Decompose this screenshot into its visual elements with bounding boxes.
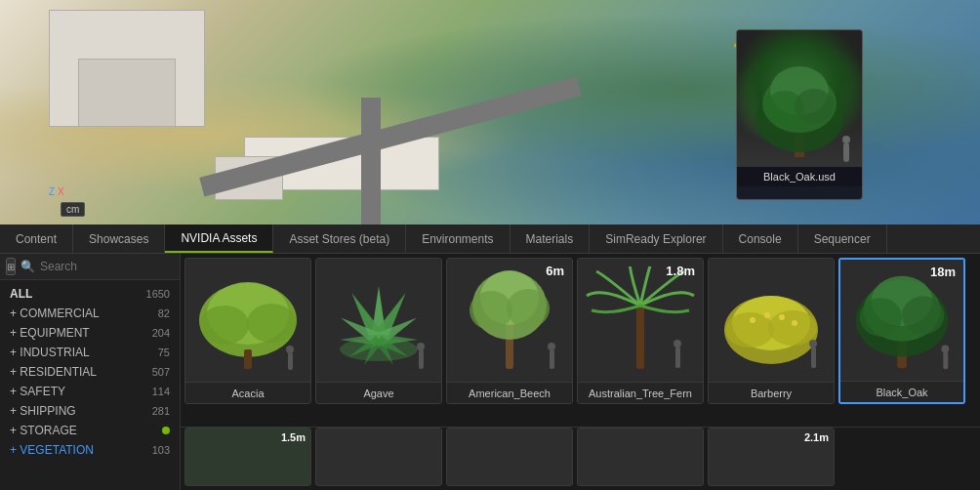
tab-sequencer[interactable]: Sequencer bbox=[798, 225, 887, 253]
svg-point-5 bbox=[795, 89, 834, 124]
svg-point-38 bbox=[674, 340, 681, 347]
svg-point-44 bbox=[764, 312, 770, 318]
unit-badge: cm bbox=[61, 202, 85, 217]
svg-point-10 bbox=[200, 306, 249, 345]
category-commercial[interactable]: + COMMERCIAL 82 bbox=[0, 304, 180, 323]
filter-toggle-button[interactable]: ⊞ bbox=[6, 258, 16, 275]
tab-bar: Content Showcases NVIDIA Assets Asset St… bbox=[0, 225, 980, 254]
asset-name-black-oak: Black_Oak bbox=[840, 381, 963, 402]
tab-showcases[interactable]: Showcases bbox=[73, 225, 165, 253]
asset-grid-area: Acacia bbox=[181, 254, 980, 490]
svg-point-56 bbox=[941, 346, 949, 353]
tree-popup-name: Black_Oak.usd bbox=[737, 167, 862, 186]
cat-residential-label: + RESIDENTIAL bbox=[10, 365, 152, 379]
category-all[interactable]: ALL 1650 bbox=[0, 284, 180, 304]
asset-thumb-small-4 bbox=[578, 429, 703, 485]
tab-console[interactable]: Console bbox=[723, 225, 798, 253]
category-residential[interactable]: + RESIDENTIAL 507 bbox=[0, 362, 180, 382]
asset-thumb-small-5: 2.1m bbox=[709, 429, 834, 485]
asset-card-barberry[interactable]: Barberry bbox=[708, 258, 835, 404]
asset-card-american-beech[interactable]: 6m American_Beech bbox=[446, 258, 573, 404]
cat-vegetation-count: 103 bbox=[152, 444, 170, 456]
asset-card-agave[interactable]: Agave bbox=[315, 258, 442, 404]
cat-safety-count: 114 bbox=[152, 386, 170, 397]
category-industrial[interactable]: + INDUSTRIAL 75 bbox=[0, 343, 180, 362]
asset-name-acacia: Acacia bbox=[185, 382, 310, 403]
asset-grid: Acacia bbox=[181, 254, 980, 427]
cat-all-label: ALL bbox=[10, 287, 146, 301]
search-input[interactable] bbox=[40, 260, 181, 273]
tab-nvidia-assets[interactable]: NVIDIA Assets bbox=[165, 225, 273, 253]
svg-point-35 bbox=[548, 343, 555, 350]
cat-industrial-label: + INDUSTRIAL bbox=[10, 346, 158, 359]
asset-card-small-5[interactable]: 2.1m bbox=[708, 428, 835, 486]
cat-all-count: 1650 bbox=[146, 288, 170, 300]
svg-rect-36 bbox=[636, 306, 644, 369]
asset-card-small-2[interactable] bbox=[315, 428, 442, 486]
asset-name-australian-tree-fern: Australian_Tree_Fern bbox=[578, 382, 703, 403]
cat-commercial-label: + COMMERCIAL bbox=[10, 306, 158, 320]
svg-point-14 bbox=[286, 346, 294, 353]
category-storage[interactable]: + STORAGE bbox=[0, 421, 180, 440]
svg-point-7 bbox=[842, 136, 850, 143]
svg-point-11 bbox=[247, 304, 296, 343]
svg-point-54 bbox=[902, 296, 944, 334]
cat-safety-label: + SAFETY bbox=[10, 385, 152, 398]
category-vegetation[interactable]: + VEGETATION 103 bbox=[0, 440, 180, 460]
asset-card-australian-tree-fern[interactable]: 1.8m bbox=[577, 258, 704, 404]
asset-card-black-oak[interactable]: 18m Black_Oak bbox=[838, 258, 965, 404]
svg-rect-6 bbox=[843, 143, 849, 162]
tab-environments[interactable]: Environments bbox=[406, 225, 510, 253]
cat-equipment-label: + EQUIPMENT bbox=[10, 326, 152, 340]
svg-point-43 bbox=[750, 317, 755, 323]
svg-rect-55 bbox=[943, 351, 948, 369]
asset-card-small-1[interactable]: 1.5m bbox=[184, 428, 311, 486]
cat-storage-dot bbox=[162, 427, 170, 434]
asset-thumb-black-oak: 18m bbox=[840, 260, 963, 381]
cat-industrial-count: 75 bbox=[158, 347, 170, 358]
asset-card-acacia[interactable]: Acacia bbox=[184, 258, 311, 404]
cat-equipment-count: 204 bbox=[152, 327, 170, 339]
small-height-5: 2.1m bbox=[804, 431, 829, 443]
svg-point-53 bbox=[860, 298, 902, 336]
asset-grid-row2: 1.5m 2.1m bbox=[181, 427, 980, 490]
main-content-area: ⊞ 🔍 ALL 1650 + COMMERCIAL 82 + EQUIPMENT… bbox=[0, 254, 980, 490]
cat-shipping-count: 281 bbox=[152, 405, 170, 417]
cat-residential-count: 507 bbox=[152, 366, 170, 378]
svg-point-28 bbox=[417, 343, 425, 350]
asset-name-agave: Agave bbox=[316, 382, 441, 403]
tab-asset-stores[interactable]: Asset Stores (beta) bbox=[273, 225, 406, 253]
tab-content[interactable]: Content bbox=[0, 225, 73, 253]
road-2 bbox=[361, 98, 381, 225]
svg-point-48 bbox=[809, 340, 817, 347]
cat-storage-label: + STORAGE bbox=[10, 424, 156, 437]
building-2 bbox=[78, 59, 176, 127]
asset-thumb-american-beech: 6m bbox=[447, 259, 572, 382]
asset-thumb-agave bbox=[316, 259, 441, 382]
category-safety[interactable]: + SAFETY 114 bbox=[0, 382, 180, 401]
asset-thumb-small-2 bbox=[316, 429, 441, 485]
tab-materials[interactable]: Materials bbox=[510, 225, 591, 253]
asset-card-small-3[interactable] bbox=[446, 428, 573, 486]
asset-thumb-small-3 bbox=[447, 429, 572, 485]
svg-point-42 bbox=[768, 310, 817, 346]
svg-rect-27 bbox=[419, 349, 424, 369]
category-sidebar: ⊞ 🔍 ALL 1650 + COMMERCIAL 82 + EQUIPMENT… bbox=[0, 254, 181, 490]
tab-simready[interactable]: SimReady Explorer bbox=[590, 225, 722, 253]
tree-popup: 18m Black_Oak.usd bbox=[736, 29, 863, 200]
asset-card-small-4[interactable] bbox=[577, 428, 704, 486]
category-equipment[interactable]: + EQUIPMENT 204 bbox=[0, 323, 180, 343]
cat-shipping-label: + SHIPPING bbox=[10, 404, 152, 418]
asset-thumb-small-1: 1.5m bbox=[185, 429, 310, 485]
category-shipping[interactable]: + SHIPPING 281 bbox=[0, 401, 180, 421]
cat-vegetation-label: + VEGETATION bbox=[10, 443, 152, 457]
asset-name-barberry: Barberry bbox=[709, 382, 834, 403]
svg-rect-13 bbox=[288, 352, 293, 370]
asset-height-american-beech: 6m bbox=[546, 264, 564, 278]
3d-viewport: 18m Black_Oak.usd ✛ Z X cm bbox=[0, 0, 980, 225]
svg-rect-12 bbox=[244, 349, 252, 369]
asset-thumb-australian-tree-fern: 1.8m bbox=[578, 259, 703, 382]
viewport-gizmo: Z X bbox=[49, 186, 64, 197]
asset-height-australian-tree-fern: 1.8m bbox=[666, 264, 695, 278]
small-height-1: 1.5m bbox=[281, 431, 306, 443]
